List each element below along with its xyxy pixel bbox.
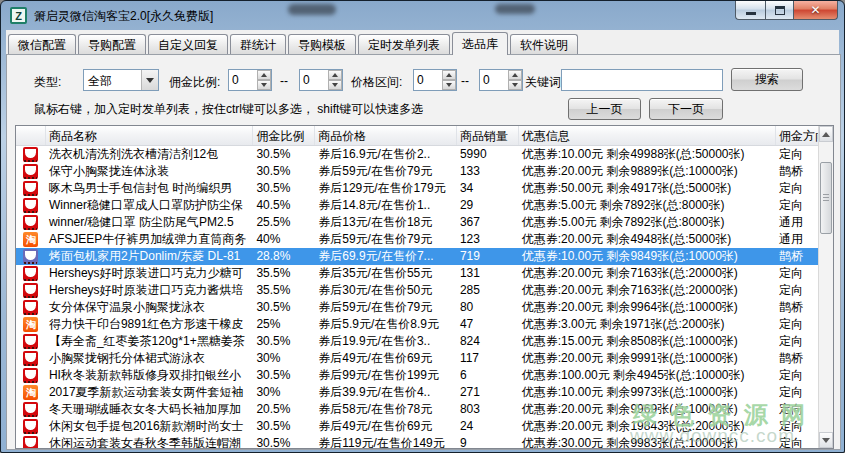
caption-buttons: ✕	[735, 1, 838, 20]
table-row[interactable]: 小胸聚拢钢托分体裙式游泳衣30%券后49元/在售价69元117优惠券:20.00…	[16, 350, 818, 367]
spinner-down-button[interactable]	[508, 80, 522, 90]
table-row[interactable]: HI秋冬装新款韩版修身双排扣银丝小30.5%券后99元/在售价199元6优惠券:…	[16, 367, 818, 384]
spinner-down-button[interactable]	[442, 80, 456, 90]
product-price: 券后39.9元/在售价4..	[315, 384, 457, 401]
commission-ratio: 40%	[253, 231, 315, 248]
tab-product-library[interactable]: 选品库	[452, 32, 508, 55]
product-price: 券后129元/在售价179元	[315, 180, 457, 197]
product-sales: 34	[457, 180, 519, 197]
tab-guide-template[interactable]: 导购模板	[288, 34, 356, 54]
product-sales: 367	[457, 214, 519, 231]
header-coupon-info[interactable]: 优惠信息	[519, 126, 776, 145]
coupon-info: 优惠券:20.00元 剩余7163张(总:20000张)	[519, 282, 776, 299]
hint-text: 鼠标右键，加入定时发单列表，按住ctrl键可以多选， shift键可以快速多选	[34, 101, 423, 118]
coupon-info: 优惠券:20.00元 剩余9964张(总:10000张)	[519, 299, 776, 316]
table-row[interactable]: Hersheys好时原装进口巧克力少糖可35.5%券后35元/在售价55元131…	[16, 265, 818, 282]
spinner-up-button[interactable]	[442, 70, 456, 80]
header-product-name[interactable]: 商品名称	[46, 126, 253, 145]
header-commission-ratio[interactable]: 佣金比例	[253, 126, 315, 145]
commission-type: 定向	[776, 316, 818, 333]
table-row[interactable]: 啄木鸟男士手包信封包 时尚编织男30.5%券后129元/在售价179元34优惠券…	[16, 180, 818, 197]
app-icon-letter: Z	[15, 10, 22, 22]
product-price: 券后14.8元/在售价1..	[315, 197, 457, 214]
header-icon-col[interactable]	[16, 126, 46, 145]
tab-group-stats[interactable]: 群统计	[230, 34, 286, 54]
product-sales: 24	[457, 418, 519, 435]
product-name: HI秋冬装新款韩版修身双排扣银丝小	[46, 367, 253, 384]
scroll-up-button[interactable]	[819, 126, 833, 142]
product-icon-cell	[16, 401, 46, 418]
product-sales: 271	[457, 384, 519, 401]
spinner-up-button[interactable]	[257, 70, 271, 80]
commission-type: 定向	[776, 180, 818, 197]
tab-scheduled-send-list[interactable]: 定时发单列表	[358, 34, 450, 54]
commission-min-spinner[interactable]: 0	[228, 69, 272, 91]
coupon-info: 优惠券:3.00元 剩余1971张(总:2000张)	[519, 316, 776, 333]
product-price: 券后59元/在售价79元	[315, 299, 457, 316]
table-row[interactable]: 休闲运动套装女春秋冬季韩版连帽潮30.5%券后119元/在售价149元9优惠券:…	[16, 435, 818, 448]
price-max-spinner[interactable]: 0	[479, 69, 523, 91]
table-row[interactable]: 烤面包机家用2片Donlim/东菱 DL-8128.8%券后69.9元/在售价7…	[16, 248, 818, 265]
table-row[interactable]: 保守小胸聚拢连体泳装30.5%券后59元/在售价79元133优惠券:20.00元…	[16, 163, 818, 180]
product-icon-cell	[16, 248, 46, 265]
product-name: AFSJEEP牛仔裤男加绒弹力直筒商务	[46, 231, 253, 248]
product-name: Hersheys好时原装进口巧克力少糖可	[46, 265, 253, 282]
header-product-price[interactable]: 商品价格	[315, 126, 457, 145]
table-row[interactable]: 【寿全斋_红枣姜茶120g*1+黑糖姜茶30.5%券后19.9元/在售价3..8…	[16, 333, 818, 350]
scrollbar-thumb[interactable]	[820, 162, 832, 234]
commission-ratio: 30.5%	[253, 367, 315, 384]
product-sales: 133	[457, 163, 519, 180]
table-row[interactable]: Winner稳健口罩成人口罩防护防尘保40.5%券后14.8元/在售价1..29…	[16, 197, 818, 214]
commission-type: 鹊桥	[776, 299, 818, 316]
product-name: 啄木鸟男士手包信封包 时尚编织男	[46, 180, 253, 197]
keyword-input[interactable]	[561, 69, 723, 91]
scroll-down-button[interactable]	[819, 432, 833, 448]
maximize-button[interactable]	[765, 1, 793, 20]
minimize-button[interactable]	[735, 1, 765, 20]
table-row[interactable]: 洗衣机清洗剂洗衣槽清洁剂12包30.5%券后16.9元/在售价2..5990优惠…	[16, 146, 818, 163]
coupon-info: 优惠券:5.00元 剩余7892张(总:8000张)	[519, 197, 776, 214]
table-row[interactable]: 淘得力快干印台9891红色方形速干橡皮25%券后5.9元/在售价8.9元47优惠…	[16, 316, 818, 333]
table-row[interactable]: winner/稳健口罩 防尘防尾气PM2.525.5%券后13元/在售价18元3…	[16, 214, 818, 231]
taobao-icon: 淘	[23, 385, 38, 400]
header-product-sales[interactable]: 商品销量	[457, 126, 519, 145]
search-button[interactable]: 搜索	[731, 68, 803, 91]
prev-page-button[interactable]: 上一页	[568, 98, 641, 120]
table-row[interactable]: 淘2017夏季新款运动套装女两件套短袖30%券后39.9元/在售价4..271优…	[16, 384, 818, 401]
commission-max-spinner[interactable]: 0	[299, 69, 343, 91]
table-row[interactable]: 休闲女包手提包2016新款潮时尚女士30.5%券后49元/在售价69元24优惠券…	[16, 418, 818, 435]
product-sales: 123	[457, 231, 519, 248]
table-row[interactable]: Hersheys好时原装进口巧克力酱烘培35.5%券后30元/在售价50元285…	[16, 282, 818, 299]
tmall-icon	[23, 419, 38, 434]
vertical-scrollbar[interactable]	[818, 126, 833, 448]
close-button[interactable]: ✕	[793, 1, 838, 20]
product-name: 2017夏季新款运动套装女两件套短袖	[46, 384, 253, 401]
table-row[interactable]: 女分体保守温泉小胸聚拢泳衣30.5%券后59元/在售价79元80优惠券:20.0…	[16, 299, 818, 316]
type-dropdown[interactable]: 全部	[83, 69, 159, 91]
next-page-button[interactable]: 下一页	[649, 98, 723, 120]
spinner-up-button[interactable]	[508, 70, 522, 80]
dropdown-arrow-button[interactable]	[141, 70, 158, 90]
tmall-icon	[23, 334, 38, 349]
product-icon-cell	[16, 333, 46, 350]
product-icon-cell	[16, 282, 46, 299]
spinner-down-button[interactable]	[257, 80, 271, 90]
app-window: Z 箫启灵微信淘客宝2.0[永久免费版] ✕ 微信配置 导购配置 自定义回复 群…	[0, 0, 845, 453]
tab-custom-reply[interactable]: 自定义回复	[148, 34, 228, 54]
tab-software-info[interactable]: 软件说明	[510, 34, 578, 54]
product-name: 洗衣机清洗剂洗衣槽清洁剂12包	[46, 146, 253, 163]
tab-wechat-config[interactable]: 微信配置	[8, 34, 76, 54]
product-price: 券后13元/在售价18元	[315, 214, 457, 231]
arrow-down-icon	[822, 438, 830, 443]
spinner-value: 0	[414, 70, 442, 90]
product-price: 券后99元/在售价199元	[315, 367, 457, 384]
table-row[interactable]: 淘AFSJEEP牛仔裤男加绒弹力直筒商务40%券后59元/在售价79元123优惠…	[16, 231, 818, 248]
spinner-down-button[interactable]	[328, 80, 342, 90]
tab-guide-config[interactable]: 导购配置	[78, 34, 146, 54]
price-min-spinner[interactable]: 0	[413, 69, 457, 91]
header-commission-type[interactable]: 佣金方向	[776, 126, 818, 145]
spinner-up-button[interactable]	[328, 70, 342, 80]
titlebar[interactable]: Z 箫启灵微信淘客宝2.0[永久免费版] ✕	[1, 1, 844, 30]
commission-ratio: 28.8%	[253, 248, 315, 265]
table-row[interactable]: 冬天珊瑚绒睡衣女冬大码长袖加厚加20.5%券后58元/在售价78元803优惠券:…	[16, 401, 818, 418]
